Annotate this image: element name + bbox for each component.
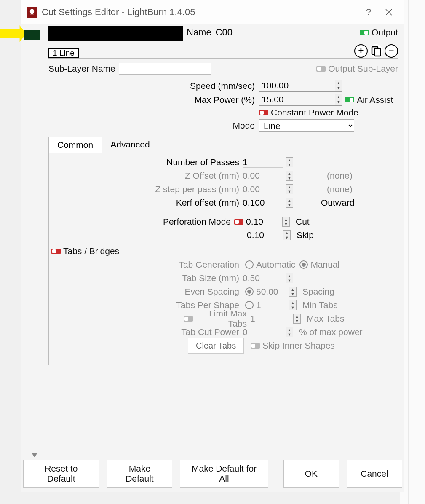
zstep-spinner: ▲▼ — [286, 184, 293, 194]
tabgen-manual-radio[interactable] — [299, 260, 308, 269]
reset-default-button[interactable]: Reset to Default — [23, 460, 99, 488]
tabsize-input: 0.50 — [243, 273, 283, 283]
layer-down-icon[interactable] — [31, 452, 38, 458]
tabcut-input: 0 — [243, 327, 283, 337]
ok-button[interactable]: OK — [283, 460, 339, 488]
evenspace-input: 50.00 — [256, 287, 286, 297]
remove-sublayer-button[interactable]: − — [385, 44, 398, 58]
evenspace-spinner: ▲▼ — [289, 287, 297, 297]
tab-common[interactable]: Common — [48, 137, 102, 153]
perf-cut-label: Cut — [296, 217, 310, 227]
copy-sublayer-button[interactable] — [369, 44, 383, 58]
zoffset-spinner: ▲▼ — [286, 171, 293, 181]
tabgen-label: Tab Generation — [49, 260, 243, 270]
evenspace-radio[interactable] — [245, 287, 254, 296]
svg-marker-3 — [32, 453, 37, 457]
skipinner-toggle[interactable] — [251, 343, 260, 349]
zstep-after: (none) — [327, 184, 353, 194]
constant-power-label: Constant Power Mode — [271, 107, 358, 118]
layer-swatch[interactable] — [48, 26, 183, 41]
mode-select[interactable]: Line — [259, 119, 354, 132]
tabgen-auto-label: Automatic — [256, 260, 295, 270]
speed-label: Speed (mm/sec) — [48, 81, 259, 91]
constant-power-toggle[interactable] — [259, 110, 268, 115]
limitmax-toggle[interactable] — [184, 316, 193, 322]
mode-label: Mode — [48, 121, 259, 131]
speed-input[interactable] — [259, 80, 335, 91]
speed-spinner[interactable]: ▲▼ — [335, 80, 342, 91]
window-title: Cut Settings Editor - LightBurn 1.4.05 — [42, 7, 358, 18]
add-sublayer-button[interactable]: + — [354, 44, 368, 58]
airassist-label: Air Assist — [357, 95, 393, 105]
sublayer-tab-1[interactable]: 1 Line — [48, 48, 79, 58]
zstep-label: Z step per pass (mm) — [49, 184, 243, 194]
zoffset-after: (none) — [327, 171, 353, 181]
kerf-input[interactable]: 0.100 — [243, 198, 283, 208]
perf-skip-label: Skip — [297, 230, 314, 240]
external-highlight-badge — [24, 30, 40, 40]
maxpower-input[interactable] — [259, 94, 335, 105]
name-label: Name — [187, 27, 211, 38]
output-toggle[interactable] — [360, 30, 369, 35]
tabgen-auto-radio[interactable] — [245, 260, 254, 269]
tabcut-label: Tab Cut Power — [49, 327, 243, 337]
kerf-after: Outward — [321, 198, 354, 208]
titlebar: Cut Settings Editor - LightBurn 1.4.05 ? — [21, 0, 404, 24]
perf-skip-spinner[interactable]: ▲▼ — [283, 230, 291, 240]
tabs-label: Tabs / Bridges — [63, 246, 119, 256]
skipinner-label: Skip Inner Shapes — [262, 340, 335, 351]
zstep-input: 0.00 — [243, 184, 283, 194]
tabsize-spinner: ▲▼ — [286, 273, 293, 283]
limitmax-label: Limit Max Tabs — [195, 308, 250, 329]
help-button[interactable]: ? — [358, 2, 379, 22]
maxpower-spinner[interactable]: ▲▼ — [335, 94, 342, 105]
zoffset-input: 0.00 — [243, 171, 283, 181]
tps-spinner: ▲▼ — [289, 300, 297, 310]
close-button[interactable] — [379, 2, 399, 22]
tab-advanced[interactable]: Advanced — [102, 137, 158, 153]
tabcut-spinner: ▲▼ — [286, 327, 293, 337]
output-sublayer-label: Output Sub-Layer — [328, 64, 398, 74]
tabs-toggle[interactable] — [51, 249, 61, 254]
limitmax-after: Max Tabs — [307, 314, 345, 324]
cancel-button[interactable]: Cancel — [347, 460, 402, 488]
tabsize-label: Tab Size (mm) — [49, 273, 243, 283]
perf-cut-spinner[interactable]: ▲▼ — [282, 217, 290, 227]
zoffset-label: Z Offset (mm) — [49, 171, 243, 181]
perf-skip-input[interactable]: 0.10 — [247, 230, 281, 240]
passes-spinner[interactable]: ▲▼ — [286, 157, 293, 167]
passes-label: Number of Passes — [49, 157, 243, 167]
tps-radio[interactable] — [245, 301, 254, 309]
tabcut-after: % of max power — [299, 327, 363, 337]
evenspace-label: Even Spacing — [49, 287, 243, 297]
make-default-button[interactable]: Make Default — [107, 460, 173, 488]
airassist-toggle[interactable] — [345, 97, 354, 102]
clear-tabs-button[interactable]: Clear Tabs — [188, 338, 244, 354]
common-panel: Number of Passes1▲▼ Z Offset (mm)0.00▲▼(… — [48, 153, 398, 365]
maxpower-label: Max Power (%) — [48, 95, 259, 105]
tps-input: 1 — [256, 300, 286, 310]
kerf-spinner[interactable]: ▲▼ — [286, 198, 293, 208]
name-input[interactable] — [214, 27, 354, 38]
tabgen-manual-label: Manual — [310, 260, 339, 270]
svg-rect-5 — [374, 48, 380, 56]
sublayer-name-label: Sub-Layer Name — [48, 64, 115, 74]
make-default-all-button[interactable]: Make Default for All — [180, 460, 268, 488]
perf-toggle[interactable] — [234, 219, 243, 225]
output-sublayer-toggle[interactable] — [316, 66, 326, 72]
sublayer-name-input[interactable] — [119, 63, 211, 75]
evenspace-after: Spacing — [302, 287, 334, 297]
perf-label: Perforation Mode — [49, 217, 234, 227]
tps-after: Min Tabs — [302, 300, 338, 310]
perf-cut-input[interactable]: 0.10 — [246, 217, 280, 227]
limitmax-spinner: ▲▼ — [293, 314, 301, 324]
dialog-window: Cut Settings Editor - LightBurn 1.4.05 ?… — [21, 0, 404, 492]
limitmax-input: 1 — [250, 314, 291, 324]
passes-input[interactable]: 1 — [243, 157, 283, 168]
app-icon — [27, 7, 37, 18]
kerf-label: Kerf offset (mm) — [49, 198, 243, 208]
output-label: Output — [372, 27, 398, 38]
layer-rail — [27, 26, 42, 461]
